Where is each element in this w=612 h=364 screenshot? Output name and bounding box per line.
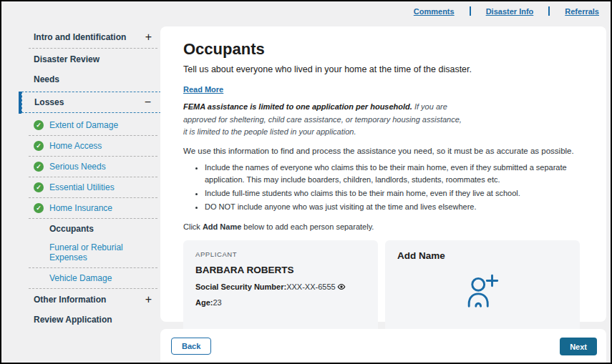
check-circle-icon: ✓	[34, 203, 44, 213]
sidebar-item-vehicle-damage[interactable]: Vehicle Damage	[21, 269, 161, 287]
sidebar-section-losses-active: Losses −	[21, 92, 161, 113]
sidebar-item-essential-utilities[interactable]: ✓ Essential Utilities	[21, 178, 161, 197]
occupant-cards-row: APPLICANT BARBARA ROBERTS Social Securit…	[183, 240, 585, 334]
sidebar-divider	[29, 48, 157, 49]
applicant-name: BARBARA ROBERTS	[195, 265, 366, 275]
sidebar-item-label: Intro and Identification	[34, 32, 126, 42]
sidebar-divider	[29, 218, 157, 219]
sidebar-item-label: Occupants	[49, 224, 94, 234]
sidebar-item-label: Home Insurance	[49, 203, 112, 213]
eye-icon[interactable]	[337, 283, 346, 290]
next-button[interactable]: Next	[560, 338, 597, 355]
sidebar-item-occupants-current[interactable]: Occupants	[21, 220, 161, 238]
ssn-label: Social Security Number:	[195, 282, 286, 291]
sidebar-item-losses[interactable]: Losses −	[22, 92, 160, 112]
sidebar-divider	[29, 135, 157, 136]
bullet-item: DO NOT include anyone who was just visit…	[205, 201, 585, 213]
age-row: Age: 23	[195, 298, 366, 307]
sidebar-divider	[29, 267, 157, 268]
bullet-item: Include full-time students who claims th…	[205, 187, 585, 200]
nav-divider	[548, 6, 550, 16]
click-instruction-post: below to add each person separately.	[241, 222, 374, 231]
add-name-card[interactable]: Add Name	[385, 240, 580, 334]
notice-line: it is limited to the people listed in yo…	[183, 126, 585, 139]
sidebar-item-label: Needs	[34, 74, 59, 84]
page-subtitle: Tell us about everyone who lived in your…	[183, 64, 585, 74]
sidebar-divider	[29, 177, 157, 177]
page-title: Occupants	[183, 40, 585, 59]
age-value: 23	[213, 298, 221, 307]
click-instruction: Click Add Name below to add each person …	[183, 222, 585, 231]
sidebar-item-label: Serious Needs	[49, 162, 106, 172]
nav-divider	[470, 6, 471, 16]
click-instruction-pre: Click	[183, 222, 203, 231]
sidebar-item-label: Vehicle Damage	[49, 273, 112, 283]
applicant-card: APPLICANT BARBARA ROBERTS Social Securit…	[183, 240, 378, 334]
intro-text: We use this information to find and proc…	[183, 147, 585, 155]
click-instruction-bold: Add Name	[203, 222, 241, 231]
age-label: Age:	[195, 298, 213, 307]
applicant-tag: APPLICANT	[195, 250, 366, 258]
top-nav: Comments Disaster Info Referrals	[414, 6, 599, 16]
sidebar-item-label: Losses	[34, 97, 64, 107]
bullet-item: Include the names of everyone who claims…	[205, 162, 585, 186]
sidebar-item-home-insurance[interactable]: ✓ Home Insurance	[21, 199, 161, 217]
sidebar-item-extent-of-damage[interactable]: ✓ Extent of Damage	[21, 116, 161, 134]
add-person-icon[interactable]	[397, 261, 568, 324]
sidebar-item-serious-needs[interactable]: ✓ Serious Needs	[21, 157, 161, 176]
sidebar-divider	[29, 156, 157, 157]
sidebar-divider	[29, 288, 157, 289]
notice-line: FEMA assistance is limited to one applic…	[183, 101, 585, 114]
add-name-title: Add Name	[397, 250, 568, 261]
notice-bold-text: FEMA assistance is limited to one applic…	[183, 102, 412, 111]
main-content-panel: Occupants Tell us about everyone who liv…	[160, 26, 606, 322]
check-circle-icon: ✓	[34, 182, 44, 192]
minus-icon[interactable]: −	[145, 99, 151, 106]
sidebar-item-intro-and-identification[interactable]: Intro and Identification +	[21, 27, 161, 47]
sidebar-item-label: Review Application	[34, 315, 112, 325]
footer-bar: Back Next	[160, 329, 606, 364]
sidebar-divider	[29, 197, 157, 198]
referrals-link[interactable]: Referrals	[565, 7, 599, 16]
sidebar-item-label: Home Access	[49, 141, 102, 151]
ssn-value: XXX-XX-6555	[286, 282, 335, 291]
sidebar-item-disaster-review[interactable]: Disaster Review	[21, 49, 161, 69]
notice-line: approved for sheltering, child care assi…	[183, 114, 585, 127]
ssn-row: Social Security Number: XXX-XX-6555	[195, 282, 366, 291]
sidebar-item-label: Other Information	[34, 295, 106, 305]
sidebar: Intro and Identification + Disaster Revi…	[21, 27, 161, 330]
fema-notice: FEMA assistance is limited to one applic…	[183, 101, 585, 139]
disaster-info-link[interactable]: Disaster Info	[486, 7, 534, 16]
notice-text: If you are	[412, 102, 447, 111]
sidebar-item-label: Disaster Review	[34, 54, 99, 64]
read-more-link[interactable]: Read More	[183, 85, 223, 94]
application-window: Comments Disaster Info Referrals Intro a…	[0, 0, 612, 364]
check-circle-icon: ✓	[34, 120, 44, 130]
sidebar-item-home-access[interactable]: ✓ Home Access	[21, 137, 161, 155]
plus-icon[interactable]: +	[145, 34, 152, 41]
sidebar-item-needs[interactable]: Needs	[21, 69, 161, 89]
comments-link[interactable]: Comments	[414, 7, 455, 16]
sidebar-item-label: Funeral or Reburial Expenses	[49, 242, 161, 262]
sidebar-item-other-information[interactable]: Other Information +	[21, 290, 161, 310]
check-circle-icon: ✓	[34, 141, 44, 151]
check-circle-icon: ✓	[34, 162, 44, 172]
sidebar-item-review-application[interactable]: Review Application	[21, 310, 161, 330]
sidebar-item-funeral-or-reburial-expenses[interactable]: Funeral or Reburial Expenses	[21, 238, 161, 267]
instruction-list: Include the names of everyone who claims…	[183, 162, 585, 213]
plus-icon[interactable]: +	[145, 296, 152, 303]
sidebar-item-label: Extent of Damage	[49, 120, 118, 130]
sidebar-item-label: Essential Utilities	[49, 182, 115, 192]
back-button[interactable]: Back	[171, 338, 211, 355]
